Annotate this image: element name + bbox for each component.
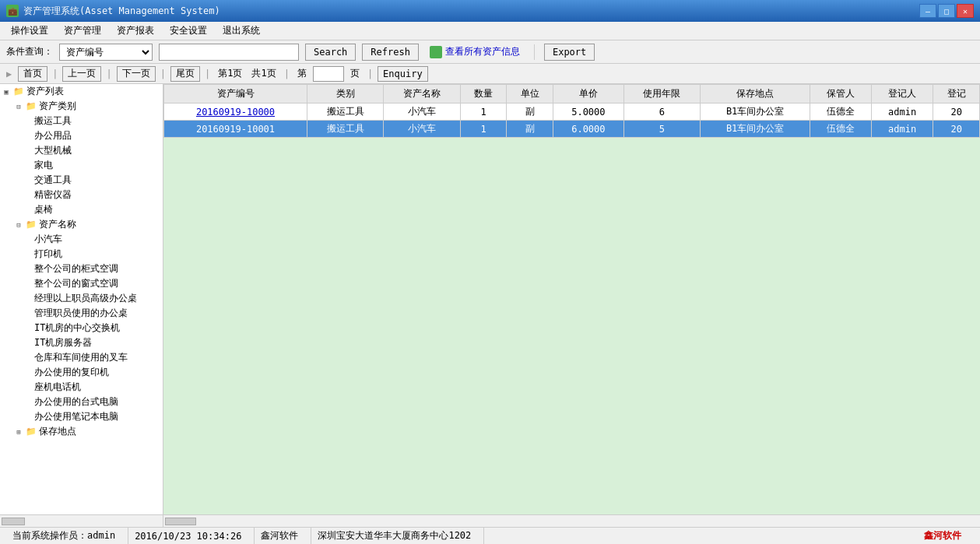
- search-button[interactable]: Search: [305, 44, 356, 61]
- sidebar-item-daxing[interactable]: 大型机械: [0, 143, 163, 158]
- cell-keeper: 伍德全: [810, 121, 872, 138]
- sidebar-name-copier[interactable]: 办公使用的复印机: [0, 365, 163, 380]
- category-folder-icon: [25, 101, 37, 112]
- prev-page-button[interactable]: 上一页: [62, 66, 101, 82]
- cell-name: 小汽车: [384, 104, 460, 121]
- sidebar-name-forklift[interactable]: 仓库和车间使用的叉车: [0, 350, 163, 365]
- sidebar-category-group[interactable]: ⊟ 资产类别: [0, 99, 163, 114]
- cell-name: 小汽车: [384, 121, 460, 138]
- sidebar-root[interactable]: ▣ 资产列表: [0, 84, 163, 99]
- status-company: 鑫河软件: [255, 528, 311, 544]
- sidebar-name-desktop[interactable]: 办公使用的台式电脑: [0, 395, 163, 409]
- cell-location: B1车间办公室: [701, 121, 810, 138]
- sidebar-location-group[interactable]: ⊞ 保存地点: [0, 424, 163, 439]
- col-name: 资产名称: [384, 85, 460, 104]
- sidebar: ▣ 资产列表 ⊟ 资产类别 搬运工具 办公用品 大型机械: [0, 84, 163, 527]
- cell-recorder: admin: [872, 121, 933, 138]
- asset-id-link[interactable]: 20160919-10001: [196, 124, 275, 135]
- sidebar-item-jiaotong[interactable]: 交通工具: [0, 173, 163, 188]
- sidebar-name-cabinet-ac[interactable]: 整个公司的柜式空调: [0, 261, 163, 276]
- sidebar-name-staff-desk[interactable]: 管理职员使用的办公桌: [0, 306, 163, 321]
- cell-qty: 1: [460, 104, 507, 121]
- window-controls: — □ ✕: [919, 4, 974, 18]
- condition-select[interactable]: 资产编号: [59, 44, 153, 61]
- cell-category: 搬运工具: [307, 121, 384, 138]
- col-date: 登记: [933, 85, 980, 104]
- sidebar-location-label: 保存地点: [39, 425, 76, 438]
- asset-table: 资产编号 类别 资产名称 数量 单位 单价 使用年限 保存地点 保管人 登记人 …: [163, 84, 980, 138]
- status-brand: 鑫河软件: [918, 528, 974, 544]
- content-scroll-thumb[interactable]: [165, 518, 196, 525]
- location-folder-icon: [25, 426, 37, 437]
- window-title: 资产管理系统(Asset Management System): [23, 5, 220, 18]
- status-bar: 当前系统操作员：admin 2016/10/23 10:34:26 鑫河软件 深…: [0, 527, 980, 544]
- sidebar-name-printer[interactable]: 打印机: [0, 247, 163, 261]
- refresh-button[interactable]: Refresh: [362, 44, 419, 61]
- content-scrollbar-h[interactable]: [163, 514, 980, 527]
- cell-recorder: admin: [872, 104, 933, 121]
- page-input[interactable]: [313, 66, 344, 82]
- sidebar-item-jiadian[interactable]: 家电: [0, 158, 163, 173]
- sidebar-item-banyun[interactable]: 搬运工具: [0, 114, 163, 128]
- col-location: 保存地点: [701, 85, 810, 104]
- first-page-button[interactable]: 首页: [18, 66, 47, 82]
- sidebar-scroll-thumb[interactable]: [2, 518, 25, 525]
- cell-unit: 副: [507, 121, 553, 138]
- cell-id[interactable]: 20160919-10000: [164, 104, 307, 121]
- table-row[interactable]: 20160919-10001搬运工具小汽车1副6.00005B1车间办公室伍德全…: [164, 121, 980, 138]
- toolbar-separator: [534, 44, 535, 60]
- asset-id-link[interactable]: 20160919-10000: [196, 107, 275, 118]
- menu-security[interactable]: 安全设置: [162, 23, 215, 39]
- sidebar-name-window-ac[interactable]: 整个公司的窗式空调: [0, 276, 163, 291]
- minimize-button[interactable]: —: [919, 4, 936, 18]
- content-area: 资产编号 类别 资产名称 数量 单位 单价 使用年限 保存地点 保管人 登记人 …: [163, 84, 980, 527]
- sidebar-name-phone[interactable]: 座机电话机: [0, 380, 163, 395]
- sidebar-item-banggong[interactable]: 办公用品: [0, 128, 163, 143]
- table-wrapper[interactable]: 资产编号 类别 资产名称 数量 单位 单价 使用年限 保存地点 保管人 登记人 …: [163, 84, 980, 514]
- maximize-button[interactable]: □: [938, 4, 955, 18]
- cell-date: 20: [933, 104, 980, 121]
- sidebar-name-car[interactable]: 小汽车: [0, 232, 163, 247]
- sidebar-item-zhuyi[interactable]: 桌椅: [0, 202, 163, 217]
- cell-id[interactable]: 20160919-10001: [164, 121, 307, 138]
- col-qty: 数量: [460, 85, 507, 104]
- enquiry-button[interactable]: Enquiry: [378, 66, 428, 82]
- root-folder-icon: [12, 86, 25, 97]
- close-button[interactable]: ✕: [957, 4, 974, 18]
- sidebar-name-switch[interactable]: IT机房的中心交换机: [0, 321, 163, 335]
- cell-location: B1车间办公室: [701, 104, 810, 121]
- menu-exit[interactable]: 退出系统: [215, 23, 268, 39]
- status-operator: 当前系统操作员：admin: [6, 528, 128, 544]
- toolbar: 条件查询： 资产编号 Search Refresh 查看所有资产信息 Expor…: [0, 40, 980, 64]
- sidebar-name-laptop[interactable]: 办公使用笔记本电脑: [0, 409, 163, 424]
- sidebar-item-jingmi[interactable]: 精密仪器: [0, 188, 163, 202]
- cell-keeper: 伍德全: [810, 104, 872, 121]
- cell-category: 搬运工具: [307, 104, 384, 121]
- pagination-bar: ▶ 首页 | 上一页 | 下一页 | 尾页 | 第1页 共1页 | 第 页 | …: [0, 64, 980, 84]
- menu-asset-mgmt[interactable]: 资产管理: [56, 23, 109, 39]
- menu-operations[interactable]: 操作设置: [3, 23, 56, 39]
- root-expand-icon: ▣: [0, 86, 12, 98]
- sidebar-scrollbar-h[interactable]: [0, 514, 163, 527]
- sidebar-content: ▣ 资产列表 ⊟ 资产类别 搬运工具 办公用品 大型机械: [0, 84, 163, 514]
- sidebar-name-server[interactable]: IT机房服务器: [0, 335, 163, 350]
- col-unit: 单位: [507, 85, 553, 104]
- menu-asset-report[interactable]: 资产报表: [109, 23, 162, 39]
- last-page-button[interactable]: 尾页: [170, 66, 200, 82]
- status-datetime: 2016/10/23 10:34:26: [128, 528, 255, 544]
- sidebar-name-group[interactable]: ⊟ 资产名称: [0, 217, 163, 232]
- next-page-button[interactable]: 下一页: [117, 66, 156, 82]
- location-expand-icon: ⊞: [12, 426, 25, 438]
- table-row[interactable]: 20160919-10000搬运工具小汽车1副5.00006B1车间办公室伍德全…: [164, 104, 980, 121]
- cell-years: 5: [623, 121, 700, 138]
- cell-date: 20: [933, 121, 980, 138]
- search-input[interactable]: [159, 44, 299, 61]
- total-pages-label: 共1页: [251, 67, 276, 80]
- sidebar-name-mgr-desk[interactable]: 经理以上职员高级办公桌: [0, 291, 163, 306]
- col-years: 使用年限: [623, 85, 700, 104]
- export-button[interactable]: Export: [544, 44, 595, 61]
- main-layout: ▣ 资产列表 ⊟ 资产类别 搬运工具 办公用品 大型机械: [0, 84, 980, 527]
- title-bar: 💼 资产管理系统(Asset Management System) — □ ✕: [0, 0, 980, 22]
- view-all-button[interactable]: 查看所有资产信息: [425, 45, 525, 58]
- col-price: 单价: [553, 85, 623, 104]
